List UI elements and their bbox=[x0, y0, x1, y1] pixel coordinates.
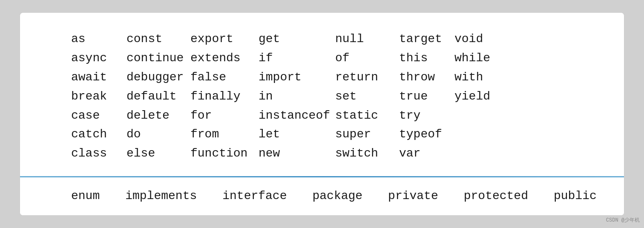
keyword-item: true bbox=[399, 87, 454, 106]
keyword-item: with bbox=[454, 68, 497, 87]
keyword-item: typeof bbox=[399, 125, 454, 144]
keyword-item: await bbox=[71, 68, 126, 87]
keyword-item: const bbox=[126, 30, 190, 49]
keyword-item: null bbox=[335, 30, 399, 49]
keywords-section: asconstexportgetnulltargetvoidasyncconti… bbox=[20, 13, 624, 176]
keyword-item: false bbox=[190, 68, 259, 87]
keyword-item: switch bbox=[335, 144, 399, 163]
keyword-item: get bbox=[259, 30, 335, 49]
keyword-item: class bbox=[71, 144, 126, 163]
keyword-item: this bbox=[399, 49, 454, 68]
keyword-item: extends bbox=[190, 49, 259, 68]
keyword-item: if bbox=[259, 49, 335, 68]
keyword-item: debugger bbox=[126, 68, 190, 87]
keyword-item: export bbox=[190, 30, 259, 49]
keyword-item: yield bbox=[454, 87, 497, 106]
keyword-item: in bbox=[259, 87, 335, 106]
reserved-keyword-item: public bbox=[554, 187, 597, 206]
keyword-item: super bbox=[335, 125, 399, 144]
reserved-keyword-item: protected bbox=[464, 187, 528, 206]
keyword-item: var bbox=[399, 144, 454, 163]
keyword-item: import bbox=[259, 68, 335, 87]
keyword-item bbox=[454, 144, 497, 163]
keyword-item: default bbox=[126, 87, 190, 106]
keyword-item: while bbox=[454, 49, 497, 68]
keyword-item: let bbox=[259, 125, 335, 144]
reserved-keyword-item: package bbox=[312, 187, 362, 206]
keyword-item: break bbox=[71, 87, 126, 106]
keywords-grid: asconstexportgetnulltargetvoidasyncconti… bbox=[71, 30, 573, 163]
reserved-keyword-item: enum bbox=[71, 187, 100, 206]
reserved-section: enumimplementsinterfacepackageprivatepro… bbox=[20, 177, 624, 215]
keyword-item bbox=[454, 106, 497, 125]
keyword-item: throw bbox=[399, 68, 454, 87]
keyword-item: return bbox=[335, 68, 399, 87]
keyword-item: catch bbox=[71, 125, 126, 144]
keyword-item: do bbox=[126, 125, 190, 144]
keyword-item: void bbox=[454, 30, 497, 49]
keyword-item: instanceof bbox=[259, 106, 335, 125]
keyword-item: as bbox=[71, 30, 126, 49]
reserved-grid: enumimplementsinterfacepackageprivatepro… bbox=[71, 187, 573, 206]
keyword-item: new bbox=[259, 144, 335, 163]
keywords-card: asconstexportgetnulltargetvoidasyncconti… bbox=[20, 12, 624, 215]
keyword-item: finally bbox=[190, 87, 259, 106]
keyword-item: for bbox=[190, 106, 259, 125]
watermark: CSDN @少年机 bbox=[606, 217, 640, 224]
keyword-item: target bbox=[399, 30, 454, 49]
keyword-item: async bbox=[71, 49, 126, 68]
keyword-item: of bbox=[335, 49, 399, 68]
keyword-item: function bbox=[190, 144, 259, 163]
keyword-item: static bbox=[335, 106, 399, 125]
keyword-item: from bbox=[190, 125, 259, 144]
keyword-item: delete bbox=[126, 106, 190, 125]
reserved-keyword-item: implements bbox=[125, 187, 197, 206]
keyword-item bbox=[454, 125, 497, 144]
keyword-item: case bbox=[71, 106, 126, 125]
keyword-item: try bbox=[399, 106, 454, 125]
reserved-keyword-item: interface bbox=[222, 187, 287, 206]
keyword-item: set bbox=[335, 87, 399, 106]
keyword-item: else bbox=[126, 144, 190, 163]
keyword-item: continue bbox=[126, 49, 190, 68]
reserved-keyword-item: private bbox=[388, 187, 438, 206]
